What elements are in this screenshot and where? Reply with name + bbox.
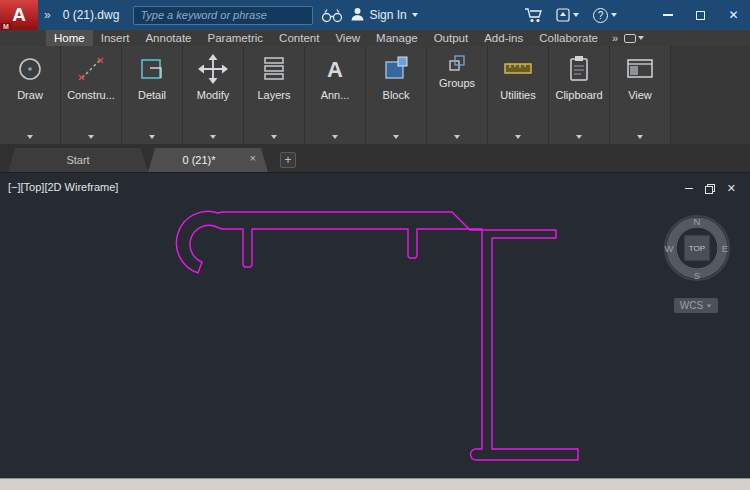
groups-panel-button[interactable]: Groups	[427, 46, 487, 129]
file-tab-bar: Start 0 (21)* × +	[0, 144, 750, 172]
draw-panel-button[interactable]: Draw	[0, 46, 60, 129]
viewcube-top-label[interactable]: TOP	[689, 244, 705, 253]
search-binoculars-icon[interactable]	[321, 8, 343, 23]
ribbon-tabs-overflow-button[interactable]: »	[612, 32, 618, 44]
chevron-down-icon	[576, 135, 582, 139]
maximize-icon	[696, 11, 705, 20]
profile-polyline[interactable]	[176, 211, 578, 460]
construction-panel-flyout[interactable]	[61, 129, 121, 144]
modify-panel-button[interactable]: Modify	[183, 46, 243, 129]
ribbon-display-caret-icon	[638, 36, 644, 40]
tab-add-ins[interactable]: Add-ins	[476, 30, 531, 46]
tab-home[interactable]: Home	[46, 30, 93, 46]
layers-panel-flyout[interactable]	[244, 129, 304, 144]
construction-panel-label: Constru...	[67, 89, 115, 101]
view-panel-button[interactable]: View	[610, 46, 670, 129]
tab-output[interactable]: Output	[426, 30, 477, 46]
exchange-apps-caret-icon	[573, 13, 579, 17]
viewport-restore-button[interactable]	[705, 184, 715, 194]
viewport-controls: [−] [Top] [2D Wireframe]	[8, 181, 118, 193]
help-button[interactable]: ?	[593, 8, 617, 23]
layers-panel-button[interactable]: Layers	[244, 46, 304, 129]
view-panel-flyout[interactable]	[610, 129, 670, 144]
quick-access-overflow-button[interactable]: »	[44, 8, 51, 22]
help-icon: ?	[593, 8, 608, 23]
ribbon-display-icon	[624, 34, 636, 43]
block-panel-button[interactable]: Block	[366, 46, 426, 129]
model-space-canvas[interactable]: [−] [Top] [2D Wireframe] ✕ N W E	[0, 172, 750, 478]
tab-insert[interactable]: Insert	[93, 30, 138, 46]
detail-panel-button[interactable]: Detail	[122, 46, 182, 129]
ribbon-display-toggle[interactable]	[624, 34, 644, 43]
sign-in-label: Sign In	[369, 8, 406, 22]
viewport-close-button[interactable]: ✕	[727, 183, 736, 194]
minimize-button[interactable]	[651, 0, 684, 30]
file-tab-start[interactable]: Start	[8, 148, 148, 172]
ribbon-panel-clipboard: Clipboard	[549, 46, 610, 144]
titlebar: A M » 0 (21).dwg Sign In	[0, 0, 750, 30]
sign-in-caret-icon	[412, 13, 418, 17]
tab-annotate[interactable]: Annotate	[137, 30, 199, 46]
tab-parametric[interactable]: Parametric	[200, 30, 272, 46]
minimize-icon	[663, 14, 673, 16]
draw-panel-label: Draw	[17, 89, 43, 101]
utilities-panel-label: Utilities	[500, 89, 535, 101]
app-menu-button[interactable]: A M	[0, 0, 38, 30]
viewcube[interactable]: N W E S TOP	[657, 206, 737, 292]
ribbon-panels: Draw Constru...	[0, 46, 750, 144]
chevron-down-icon	[332, 135, 338, 139]
close-tab-icon[interactable]: ×	[250, 152, 256, 164]
draw-icon	[13, 52, 47, 86]
file-tab-current-label: 0 (21)*	[182, 154, 215, 166]
utilities-panel-flyout[interactable]	[488, 129, 548, 144]
file-tab-current[interactable]: 0 (21)* ×	[148, 148, 268, 172]
exchange-apps-button[interactable]	[556, 8, 579, 22]
tab-content[interactable]: Content	[271, 30, 327, 46]
wcs-dropdown[interactable]: WCS	[674, 298, 718, 313]
chevron-down-icon	[210, 135, 216, 139]
chevron-down-icon	[149, 135, 155, 139]
maximize-button[interactable]	[684, 0, 717, 30]
block-icon	[379, 52, 413, 86]
modify-panel-flyout[interactable]	[183, 129, 243, 144]
annotation-panel-flyout[interactable]	[305, 129, 365, 144]
layers-icon	[257, 52, 291, 86]
tab-collaborate[interactable]: Collaborate	[531, 30, 606, 46]
annotation-panel-button[interactable]: A Ann...	[305, 46, 365, 129]
viewport-view-control[interactable]: [Top]	[21, 181, 45, 193]
window-controls: ✕	[651, 0, 750, 30]
help-caret-icon	[611, 13, 617, 17]
groups-panel-flyout[interactable]	[427, 129, 487, 144]
chevron-down-icon	[454, 135, 460, 139]
ribbon-panel-annotation: A Ann...	[305, 46, 366, 144]
viewcube-east[interactable]: E	[722, 243, 728, 254]
tab-view[interactable]: View	[327, 30, 368, 46]
construction-panel-button[interactable]: Constru...	[61, 46, 121, 129]
cart-icon[interactable]	[524, 7, 544, 23]
annotation-panel-label: Ann...	[321, 89, 350, 101]
tab-manage[interactable]: Manage	[368, 30, 426, 46]
document-title: 0 (21).dwg	[63, 8, 120, 22]
new-drawing-tab-button[interactable]: +	[280, 152, 296, 168]
clipboard-panel-button[interactable]: Clipboard	[549, 46, 609, 129]
block-panel-flyout[interactable]	[366, 129, 426, 144]
close-button[interactable]: ✕	[717, 0, 750, 30]
search-input[interactable]	[140, 9, 306, 21]
measure-ruler-icon	[501, 52, 535, 86]
viewcube-north[interactable]: N	[694, 216, 701, 227]
groups-panel-label: Groups	[439, 77, 475, 89]
viewport-visual-style-control[interactable]: [2D Wireframe]	[44, 181, 118, 193]
detail-panel-flyout[interactable]	[122, 129, 182, 144]
sign-in-button[interactable]: Sign In	[351, 7, 417, 24]
viewport-minimize-button[interactable]	[685, 188, 693, 190]
draw-panel-flyout[interactable]	[0, 129, 60, 144]
utilities-panel-button[interactable]: Utilities	[488, 46, 548, 129]
viewcube-south[interactable]: S	[694, 270, 700, 281]
clipboard-panel-flyout[interactable]	[549, 129, 609, 144]
viewcube-west[interactable]: W	[665, 243, 674, 254]
viewport-menu-control[interactable]: [−]	[8, 181, 21, 193]
ribbon-panel-utilities: Utilities	[488, 46, 549, 144]
viewport-window-buttons: ✕	[685, 183, 736, 194]
chevron-down-icon	[271, 135, 277, 139]
bottom-scrollbar-area[interactable]	[0, 478, 750, 490]
